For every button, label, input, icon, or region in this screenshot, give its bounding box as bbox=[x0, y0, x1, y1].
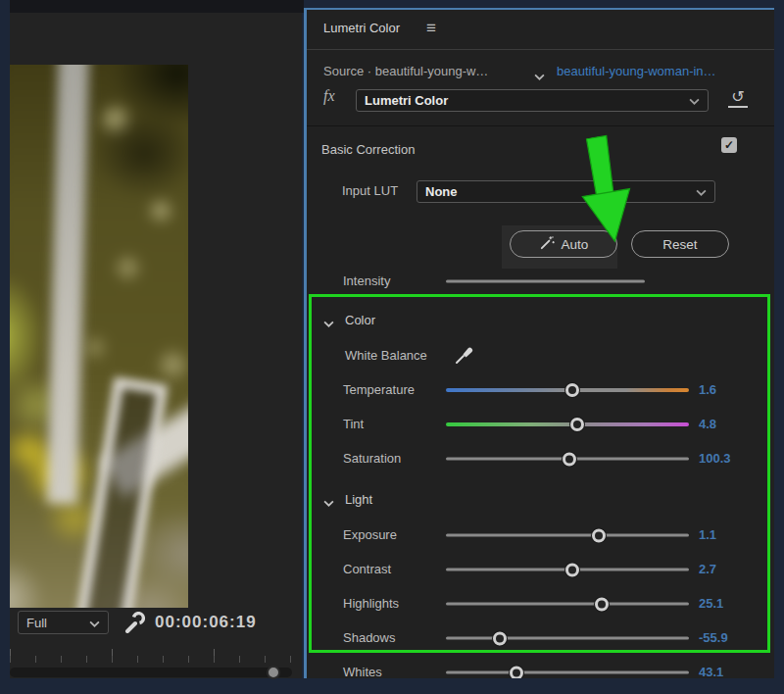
effect-name: Lumetri Color bbox=[365, 93, 448, 108]
auto-button-label: Auto bbox=[562, 237, 589, 252]
temperature-row: Temperature 1.6 bbox=[307, 382, 774, 398]
exposure-row: Exposure 1.1 bbox=[307, 527, 774, 543]
whites-slider-handle[interactable] bbox=[510, 666, 523, 678]
contrast-label: Contrast bbox=[343, 562, 391, 577]
reset-effect-icon[interactable]: ↺ bbox=[728, 88, 748, 108]
settings-wrench-icon[interactable] bbox=[123, 612, 145, 633]
shadows-slider-track[interactable] bbox=[446, 637, 689, 640]
chevron-down-icon bbox=[89, 616, 100, 630]
color-section-title: Color bbox=[345, 313, 375, 328]
chevron-down-icon bbox=[323, 495, 334, 511]
highlights-value[interactable]: 25.1 bbox=[699, 596, 723, 612]
exposure-value[interactable]: 1.1 bbox=[699, 527, 716, 543]
tint-label: Tint bbox=[343, 417, 364, 432]
chevron-down-icon[interactable] bbox=[534, 67, 545, 84]
input-lut-dropdown[interactable]: None bbox=[416, 180, 715, 203]
header-divider bbox=[307, 49, 774, 50]
input-lut-value: None bbox=[425, 184, 458, 199]
saturation-value[interactable]: 100.3 bbox=[699, 451, 731, 467]
contrast-value[interactable]: 2.7 bbox=[699, 562, 716, 577]
whites-row: Whites 43.1 bbox=[307, 665, 774, 678]
saturation-label: Saturation bbox=[343, 451, 401, 467]
tint-slider-handle[interactable] bbox=[570, 418, 584, 431]
panel-title: Lumetri Color bbox=[323, 21, 400, 36]
target-clip-link[interactable]: beautiful-young-woman-in… bbox=[557, 64, 716, 79]
temperature-value[interactable]: 1.6 bbox=[699, 382, 716, 398]
chevron-down-icon bbox=[689, 93, 700, 108]
saturation-row: Saturation 100.3 bbox=[307, 451, 774, 467]
intensity-slider-track[interactable] bbox=[446, 280, 645, 283]
source-clip-label: Source · beautiful-young-w… bbox=[323, 64, 488, 79]
contrast-row: Contrast 2.7 bbox=[307, 562, 774, 577]
timecode-display[interactable]: 00:00:06:19 bbox=[155, 613, 257, 632]
intensity-label: Intensity bbox=[343, 273, 390, 289]
magic-wand-icon bbox=[539, 234, 556, 254]
basic-correction-checkbox[interactable]: ✓ bbox=[721, 137, 737, 153]
white-balance-row: White Balance bbox=[307, 348, 774, 364]
fx-icon: fx bbox=[323, 87, 335, 105]
effect-select-dropdown[interactable]: Lumetri Color bbox=[356, 89, 709, 112]
highlights-row: Highlights 25.1 bbox=[307, 596, 774, 612]
exposure-slider-track[interactable] bbox=[446, 534, 689, 537]
reset-button-label: Reset bbox=[662, 237, 697, 252]
contrast-slider-handle[interactable] bbox=[565, 563, 579, 576]
highlights-slider-handle[interactable] bbox=[595, 597, 609, 611]
lumetri-color-panel: Lumetri Color ≡ Source · beautiful-young… bbox=[304, 8, 774, 678]
eyedropper-icon[interactable] bbox=[454, 344, 475, 366]
exposure-label: Exposure bbox=[343, 527, 397, 543]
shadows-label: Shadows bbox=[343, 630, 395, 646]
tint-value[interactable]: 4.8 bbox=[699, 417, 716, 432]
temperature-label: Temperature bbox=[343, 382, 415, 398]
light-section-title: Light bbox=[345, 492, 372, 508]
monitor-zoom-label: Full bbox=[26, 616, 47, 630]
reset-button[interactable]: Reset bbox=[631, 230, 729, 258]
intensity-row: Intensity bbox=[307, 273, 774, 289]
tint-row: Tint 4.8 bbox=[307, 417, 774, 432]
light-section-header[interactable]: Light bbox=[307, 492, 774, 508]
whites-label: Whites bbox=[343, 665, 382, 678]
top-dark-strip bbox=[10, 0, 304, 13]
basic-correction-title[interactable]: Basic Correction bbox=[321, 142, 415, 158]
chevron-down-icon bbox=[696, 184, 707, 199]
contrast-slider-track[interactable] bbox=[446, 569, 689, 571]
whites-value[interactable]: 43.1 bbox=[699, 665, 723, 678]
timeline-ruler[interactable] bbox=[10, 649, 294, 663]
highlights-slider-track[interactable] bbox=[446, 603, 689, 606]
saturation-slider-track[interactable] bbox=[446, 458, 689, 461]
shadows-row: Shadows -55.9 bbox=[307, 630, 774, 646]
section-divider bbox=[307, 125, 774, 126]
exposure-slider-handle[interactable] bbox=[592, 528, 606, 542]
temperature-slider-track[interactable] bbox=[446, 388, 689, 392]
input-lut-label: Input LUT bbox=[342, 183, 398, 199]
horizontal-scrollbar[interactable] bbox=[10, 668, 292, 677]
shadows-value[interactable]: -55.9 bbox=[699, 630, 728, 646]
panel-menu-icon[interactable]: ≡ bbox=[426, 19, 436, 38]
white-balance-label: White Balance bbox=[345, 348, 427, 364]
video-preview bbox=[10, 65, 188, 608]
auto-button[interactable]: Auto bbox=[510, 230, 617, 258]
saturation-slider-handle[interactable] bbox=[563, 452, 576, 466]
color-section-header[interactable]: Color bbox=[307, 313, 774, 328]
shadows-slider-handle[interactable] bbox=[493, 631, 507, 645]
whites-slider-track[interactable] bbox=[446, 671, 689, 674]
scrollbar-knob[interactable] bbox=[267, 666, 280, 679]
tint-slider-track[interactable] bbox=[446, 422, 689, 426]
monitor-zoom-select[interactable]: Full bbox=[18, 611, 109, 634]
chevron-down-icon bbox=[323, 316, 334, 331]
temperature-slider-handle[interactable] bbox=[565, 383, 579, 397]
highlights-label: Highlights bbox=[343, 596, 399, 612]
